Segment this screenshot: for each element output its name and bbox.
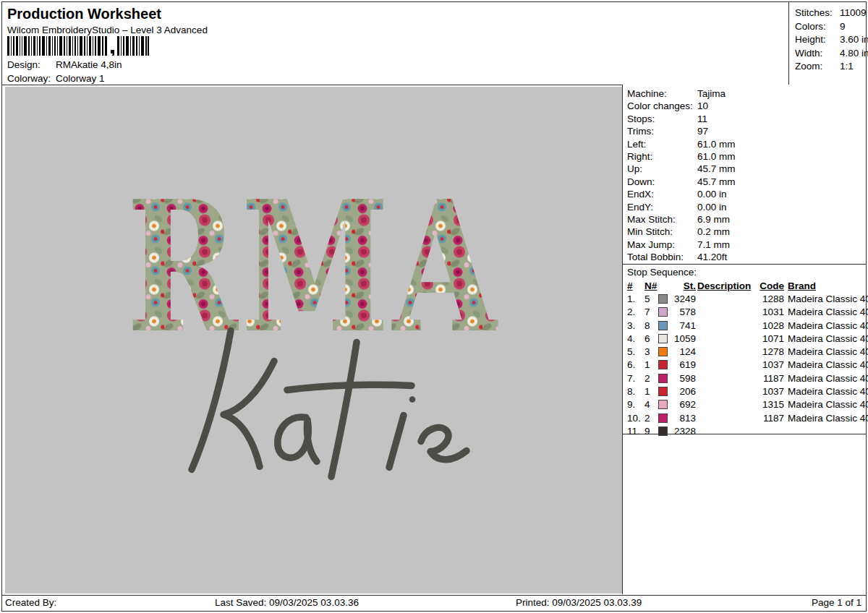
swatch-color bbox=[658, 321, 668, 330]
stop-col-header: # bbox=[627, 280, 644, 291]
stop-col-header: St. bbox=[674, 280, 697, 291]
design-preview: RMA bbox=[5, 87, 622, 593]
stop-cell: 10. bbox=[627, 413, 644, 424]
stop-row: 2.75781031Madeira Classic 40 bbox=[627, 306, 866, 319]
stop-col-header: Code bbox=[758, 280, 786, 291]
stop-cell: 813 bbox=[674, 413, 697, 424]
swatch-color bbox=[658, 374, 668, 383]
stop-cell: 1028 bbox=[758, 320, 786, 331]
app-subtitle: Wilcom EmbroideryStudio – Level 3 Advanc… bbox=[7, 25, 208, 35]
stop-cell: 124 bbox=[674, 346, 697, 357]
stop-cell: Madeira Classic 40 bbox=[786, 359, 868, 370]
stop-cell: 1037 bbox=[758, 386, 786, 397]
embroidery-design: RMA bbox=[5, 87, 622, 593]
stop-row: 6.16191037Madeira Classic 40 bbox=[627, 359, 866, 372]
thread-color-swatch bbox=[658, 360, 674, 369]
stop-cell: 2. bbox=[627, 306, 644, 317]
stop-cell: 3249 bbox=[674, 293, 697, 304]
machine-row: Trims:97 bbox=[627, 126, 866, 138]
machine-row: Machine:Tajima bbox=[627, 88, 866, 100]
stop-row: 11.92328 bbox=[627, 424, 866, 437]
thread-color-swatch bbox=[658, 321, 674, 330]
stop-row: 7.25981187Madeira Classic 40 bbox=[627, 372, 866, 385]
machine-row: Left:61.0 mm bbox=[627, 139, 866, 151]
stop-col-header: Description bbox=[697, 280, 758, 291]
machine-row: EndY:0.00 in bbox=[627, 202, 866, 214]
stop-sequence: Stop Sequence: #N#St.DescriptionCodeBran… bbox=[623, 265, 866, 434]
machine-row: Total Bobbin:41.20ft bbox=[627, 252, 866, 264]
worksheet-page: Production Worksheet Wilcom EmbroiderySt… bbox=[1, 1, 867, 612]
stats-box: Stitches:11009Colors:9Height:3.60 inWidt… bbox=[788, 2, 866, 85]
barcode-graphic bbox=[7, 36, 149, 56]
page-number: Page 1 of 1 bbox=[812, 597, 861, 608]
stop-cell: 2328 bbox=[674, 426, 697, 437]
colorway-row: Colorway:Colorway 1 bbox=[7, 73, 105, 84]
stop-cell: 9 bbox=[644, 426, 658, 437]
machine-row: Up:45.7 mm bbox=[627, 163, 866, 176]
stat-row: Colors:9 bbox=[795, 21, 866, 35]
stop-col-header: N# bbox=[644, 280, 658, 291]
stop-cell: Madeira Classic 40 bbox=[786, 373, 868, 384]
swatch-color bbox=[658, 387, 668, 396]
machine-row: Down:45.7 mm bbox=[627, 176, 866, 189]
machine-row: Color changes:10 bbox=[627, 100, 866, 113]
design-name-row: Design:RMAkatie 4,8in bbox=[7, 59, 122, 70]
design-value: RMAkatie 4,8in bbox=[56, 59, 122, 70]
stop-cell: 692 bbox=[674, 399, 697, 410]
thread-color-swatch bbox=[658, 347, 674, 356]
stop-cell: 741 bbox=[674, 320, 697, 331]
stop-cell: 11. bbox=[627, 426, 644, 437]
stop-cell: Madeira Classic 40 bbox=[786, 346, 868, 357]
stop-cell: 5 bbox=[644, 293, 658, 304]
stop-cell: 1059 bbox=[674, 333, 697, 344]
stop-cell: 598 bbox=[674, 373, 697, 384]
thread-color-swatch bbox=[658, 413, 674, 423]
colorway-value: Colorway 1 bbox=[56, 73, 105, 84]
stop-row: 4.610591071Madeira Classic 40 bbox=[627, 332, 866, 345]
swatch-color bbox=[658, 347, 668, 356]
stop-cell: 2 bbox=[644, 413, 658, 424]
stop-row: 5.31241278Madeira Classic 40 bbox=[627, 345, 866, 358]
machine-row: EndX:0.00 in bbox=[627, 189, 866, 201]
printed-label: Printed: 09/03/2025 03.03.39 bbox=[516, 597, 642, 608]
stop-row: 1.532491288Madeira Classic 40 bbox=[627, 292, 866, 305]
stop-sequence-title: Stop Sequence: bbox=[627, 267, 866, 279]
stop-cell: 1. bbox=[627, 293, 644, 304]
stop-cell: 7 bbox=[644, 306, 658, 317]
stop-row: 8.12061037Madeira Classic 40 bbox=[627, 385, 866, 398]
stop-cell: 1187 bbox=[758, 373, 786, 384]
stop-row: 9.46921315Madeira Classic 40 bbox=[627, 398, 866, 411]
stat-row: Stitches:11009 bbox=[795, 7, 866, 21]
floral-monogram: RMA bbox=[127, 160, 500, 373]
machine-row: Right:61.0 mm bbox=[627, 151, 866, 163]
stop-cell: 578 bbox=[674, 306, 697, 317]
colorway-label: Colorway: bbox=[7, 73, 56, 84]
stop-cell: 1288 bbox=[758, 293, 786, 304]
thread-color-swatch bbox=[658, 294, 674, 304]
footer: Created By: Last Saved: 09/03/2025 03.03… bbox=[2, 595, 866, 611]
thread-color-swatch bbox=[658, 374, 674, 383]
stop-cell: 2 bbox=[644, 373, 658, 384]
stop-cell: Madeira Classic 40 bbox=[786, 320, 868, 331]
swatch-color bbox=[658, 360, 668, 369]
stop-cell: 4 bbox=[644, 399, 658, 410]
stop-cell: 8. bbox=[627, 386, 644, 397]
stop-cell: Madeira Classic 40 bbox=[786, 413, 868, 424]
right-panel: Machine:TajimaColor changes:10Stops:11Tr… bbox=[622, 85, 866, 594]
swatch-color bbox=[658, 307, 668, 317]
stop-row: 10.28131187Madeira Classic 40 bbox=[627, 411, 866, 424]
stop-row: 3.87411028Madeira Classic 40 bbox=[627, 319, 866, 332]
stop-cell: Madeira Classic 40 bbox=[786, 386, 868, 397]
stat-row: Width:4.80 in bbox=[795, 48, 866, 61]
stop-sequence-header: #N#St.DescriptionCodeBrand bbox=[627, 279, 866, 292]
page-title: Production Worksheet bbox=[7, 6, 161, 22]
machine-info: Machine:TajimaColor changes:10Stops:11Tr… bbox=[623, 85, 866, 265]
stop-cell: Madeira Classic 40 bbox=[786, 399, 868, 410]
stop-cell: 1 bbox=[644, 386, 658, 397]
stop-cell: 3 bbox=[644, 346, 658, 357]
stop-cell: 9. bbox=[627, 399, 644, 410]
swatch-color bbox=[658, 400, 668, 409]
stop-cell: 7. bbox=[627, 373, 644, 384]
swatch-color bbox=[658, 426, 668, 436]
design-label: Design: bbox=[7, 59, 56, 70]
